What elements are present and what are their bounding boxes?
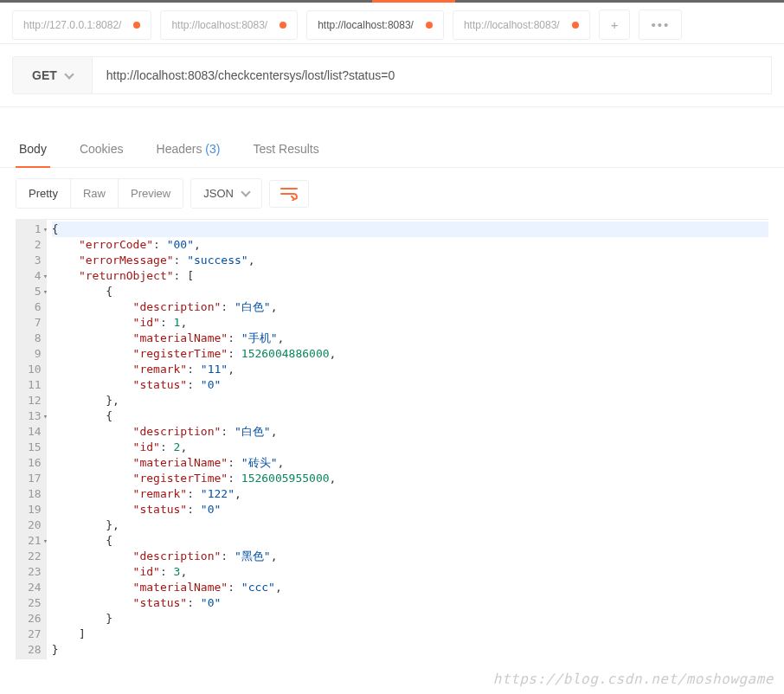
tab-label: http://127.0.0.1:8082/ [23,19,121,31]
headers-count: (3) [205,142,220,156]
code-line: "description": "白色", [52,299,768,315]
code-line: "description": "黑色", [52,549,768,564]
code-line: "materialName": "ccc", [52,580,768,595]
unsaved-dot-icon [426,22,433,29]
line-number[interactable]: 3 [28,253,42,268]
request-tab-2[interactable]: http://localhost:8083/ [306,10,444,40]
line-number[interactable]: 27 [28,627,42,642]
line-number[interactable]: 15 [28,440,42,455]
code-line: "remark": "11", [52,362,768,377]
tab-cookies[interactable]: Cookies [76,133,127,167]
line-number[interactable]: 8 [28,331,42,346]
request-tab-3[interactable]: http://localhost:8083/ [453,10,590,40]
response-tabs: Body Cookies Headers (3) Test Results [0,125,784,168]
tab-label: http://localhost:8083/ [171,19,267,31]
line-number[interactable]: 5 [28,284,42,299]
format-label: JSON [203,187,234,200]
raw-button[interactable]: Raw [70,179,118,208]
line-number[interactable]: 6 [28,299,42,315]
code-line: "materialName": "砖头", [52,455,768,471]
unsaved-dot-icon [133,22,140,29]
view-mode-group: Pretty Raw Preview [16,178,183,209]
line-number[interactable]: 7 [28,315,42,331]
line-number[interactable]: 14 [28,424,42,440]
code-line: { [52,222,768,237]
code-line: } [52,642,768,658]
code-line: "returnObject": [ [52,268,768,284]
code-line: "status": "0" [52,595,768,611]
code-line: "registerTime": 1526005955000, [52,471,768,486]
line-number[interactable]: 28 [28,642,42,658]
code-line: "errorMessage": "success", [52,253,768,268]
code-line: "remark": "122", [52,486,768,502]
method-select[interactable]: GET [12,56,93,94]
tab-headers[interactable]: Headers (3) [153,133,224,167]
code-line: "id": 1, [52,315,768,331]
line-number[interactable]: 17 [28,471,42,486]
tab-label: http://localhost:8083/ [318,19,414,31]
code-line: } [52,611,768,627]
response-body-viewer[interactable]: 1234567891011121314151617181920212223242… [16,219,768,659]
line-number[interactable]: 2 [28,237,42,253]
line-number[interactable]: 1 [28,222,42,237]
format-select[interactable]: JSON [190,178,262,209]
preview-button[interactable]: Preview [118,179,183,208]
line-number[interactable]: 23 [28,564,42,580]
pretty-button[interactable]: Pretty [16,179,70,208]
code-line: { [52,533,768,549]
code-line: "status": "0" [52,377,768,393]
code-line: { [52,408,768,424]
code-line: "id": 2, [52,440,768,455]
method-label: GET [32,68,57,82]
line-number[interactable]: 13 [28,408,42,424]
code-line: "errorCode": "00", [52,237,768,253]
code-line: }, [52,517,768,533]
code-line: ] [52,627,768,642]
code-content[interactable]: { "errorCode": "00", "errorMessage": "su… [47,220,768,659]
line-number[interactable]: 24 [28,580,42,595]
line-number[interactable]: 12 [28,393,42,408]
unsaved-dot-icon [280,22,286,29]
code-line: }, [52,393,768,408]
line-number[interactable]: 4 [28,268,42,284]
tab-headers-label: Headers [157,142,202,156]
wrap-icon [280,187,298,201]
line-number[interactable]: 20 [28,517,42,533]
view-toolbar: Pretty Raw Preview JSON [0,168,784,219]
top-accent [372,0,455,3]
line-number[interactable]: 21 [28,533,42,549]
unsaved-dot-icon [572,22,579,29]
line-number[interactable]: 25 [28,595,42,611]
add-tab-button[interactable]: + [599,10,631,40]
code-line: "id": 3, [52,564,768,580]
code-line: "registerTime": 1526004886000, [52,346,768,362]
watermark: https://blog.csdn.net/moshowgame [493,671,774,687]
line-gutter[interactable]: 1234567891011121314151617181920212223242… [16,220,47,659]
line-number[interactable]: 10 [28,362,42,377]
line-number[interactable]: 11 [28,377,42,393]
chevron-down-icon [241,187,250,196]
request-tabs: http://127.0.0.1:8082/http://localhost:8… [0,3,784,44]
line-number[interactable]: 26 [28,611,42,627]
request-tab-0[interactable]: http://127.0.0.1:8082/ [12,10,151,40]
line-number[interactable]: 9 [28,346,42,362]
request-tab-1[interactable]: http://localhost:8083/ [160,10,298,40]
line-number[interactable]: 19 [28,502,42,517]
code-line: "description": "白色", [52,424,768,440]
line-number[interactable]: 18 [28,486,42,502]
request-bar: GET [0,44,784,107]
line-number[interactable]: 22 [28,549,42,564]
code-line: { [52,284,768,299]
url-input[interactable] [93,56,772,94]
chevron-down-icon [64,69,74,79]
wrap-lines-button[interactable] [269,180,309,208]
code-line: "status": "0" [52,502,768,517]
more-tabs-button[interactable]: ••• [639,10,682,40]
tab-label: http://localhost:8083/ [464,19,560,31]
tab-body[interactable]: Body [16,133,50,168]
tab-test-results[interactable]: Test Results [249,133,322,167]
line-number[interactable]: 16 [28,455,42,471]
code-line: "materialName": "手机", [52,331,768,346]
